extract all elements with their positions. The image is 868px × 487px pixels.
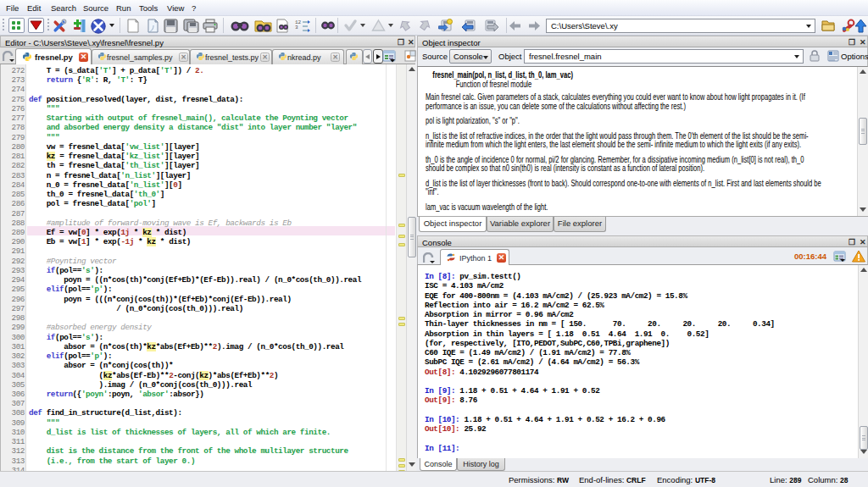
svg-text:3: 3: [295, 25, 298, 30]
